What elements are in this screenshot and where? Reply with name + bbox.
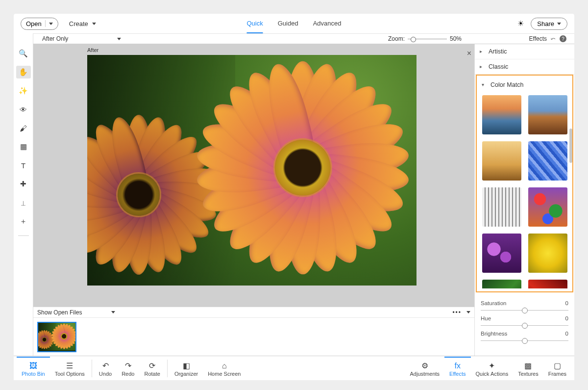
brightness-icon[interactable]: ☀ [517,19,524,28]
close-icon[interactable]: × [467,49,471,58]
photo-bin-icon: 🖼 [29,361,37,371]
zoom-control: Zoom: 50% [388,35,462,42]
chevron-down-icon [92,23,96,25]
quick-select-tool[interactable]: ✨ [16,84,31,97]
chevron-down-icon [117,38,121,40]
chevron-down-icon: ▾ [482,82,484,87]
preset-paint-splash[interactable] [528,187,567,227]
photo-bin-panel: Show Open Files ••• [33,307,474,356]
taskbar-home-screen[interactable]: ⌂Home Screen [203,357,245,380]
redo-icon: ↷ [125,361,131,371]
chevron-down-icon [111,311,115,313]
category-header-color-match[interactable]: ▾Color Match [477,78,572,92]
taskbar-quick-actions[interactable]: ✦Quick Actions [471,357,514,380]
preset-purple-lilac[interactable] [482,234,521,273]
chevron-down-icon[interactable] [466,311,470,313]
preset-red-abstract[interactable] [528,280,567,288]
zoom-value: 50% [450,35,462,42]
preset-blue-feathers[interactable] [528,141,567,181]
mode-tab-quick[interactable]: Quick [247,14,263,33]
mode-tab-advanced[interactable]: Advanced [313,14,342,33]
preset-skate-sepia[interactable] [482,141,521,181]
taskbar-tool-options[interactable]: ☰Tool Options [50,357,90,380]
category-color-match: ▾Color Match [476,75,573,292]
create-button[interactable]: Create [69,20,96,27]
effects-panel-header: Effects ⤺ ? [529,35,566,42]
slider-label-saturation: Saturation [481,300,506,306]
after-label: After [87,47,98,53]
slider-value-saturation: 0 [565,300,568,306]
chevron-down-icon [557,23,561,25]
frames-icon: ▢ [554,361,561,371]
taskbar-undo[interactable]: ↶Undo [94,357,117,380]
taskbar-textures[interactable]: ▩Textures [513,357,543,380]
category-header-artistic[interactable]: ▸Artistic [475,44,574,59]
taskbar-rotate[interactable]: ⟳Rotate [139,357,165,380]
hand-tool[interactable]: ✋ [16,66,31,78]
category-header-classic[interactable]: ▸Classic [475,59,574,75]
adjustments-icon: ⚙ [421,361,428,371]
preset-desert-road[interactable] [528,95,567,134]
image-canvas[interactable] [87,55,416,286]
canvas-area: After × [33,44,474,307]
slider-brightness[interactable] [481,340,568,341]
taskbar-photo-bin[interactable]: 🖼Photo Bin [17,357,50,380]
taskbar-organizer[interactable]: ◧Organizer [170,357,203,380]
zoom-slider[interactable] [408,39,447,39]
slider-hue[interactable] [481,325,568,326]
healing-tool[interactable]: ✚ [16,178,31,190]
undo-icon: ↶ [102,361,109,371]
options-bar: After Only Zoom: 50% Effects ⤺ ? [14,33,574,44]
text-tool[interactable]: T [16,159,31,172]
create-label: Create [69,20,88,27]
preset-grid [477,92,572,288]
chevron-right-icon: ▸ [480,64,482,69]
view-mode-label: After Only [42,35,68,42]
open-label: Open [26,20,42,27]
chevron-down-icon [49,23,53,25]
view-mode-dropdown[interactable]: After Only [42,35,121,42]
open-button[interactable]: Open [21,18,58,30]
slider-saturation[interactable] [481,310,568,311]
photo-bin-header: Show Open Files ••• [33,307,474,318]
taskbar-adjustments[interactable]: ⚙Adjustments [405,357,445,380]
effects-panel: ▸Artistic▸Classic▾Color MatchSaturation0… [474,44,574,356]
preset-sunset-lake[interactable] [482,95,521,134]
taskbar-effects[interactable]: fxEffects [444,357,470,380]
share-button[interactable]: Share [531,18,567,30]
tools-panel: 🔍✋✨👁🖌▦T✚⟂＋ [14,33,33,356]
mode-tab-guided[interactable]: Guided [278,14,298,33]
taskbar-frames[interactable]: ▢Frames [543,357,571,380]
open-file-thumbnail[interactable] [37,322,76,352]
zoom-tool[interactable]: 🔍 [16,47,31,60]
eye-tool[interactable]: 👁 [16,103,31,116]
effects-scrollbar[interactable] [569,129,572,163]
help-icon[interactable]: ? [560,35,566,42]
effects-title: Effects [529,35,547,42]
preset-green-leaf[interactable] [482,280,521,288]
rotate-icon: ⟳ [149,361,155,371]
mode-tabs: QuickGuidedAdvanced [247,14,342,33]
preset-bw-arches[interactable] [482,187,521,227]
reset-icon[interactable]: ⤺ [551,35,556,42]
adjustment-sliders: Saturation0Hue0Brightness0 [475,292,574,346]
more-icon[interactable]: ••• [452,309,462,316]
move-tool[interactable]: ＋ [16,215,31,228]
slider-label-brightness: Brightness [481,331,507,337]
home-screen-icon: ⌂ [222,361,227,371]
slider-value-hue: 0 [565,315,568,321]
tool-options-icon: ☰ [66,361,73,371]
share-label: Share [537,20,554,27]
slider-label-hue: Hue [481,315,491,321]
brush-tool[interactable]: 🖌 [16,122,31,134]
zoom-label: Zoom: [388,35,405,42]
taskbar: 🖼Photo Bin☰Tool Options ↶Undo↷Redo⟳Rotat… [14,356,574,380]
taskbar-redo[interactable]: ↷Redo [117,357,139,380]
slider-value-brightness: 0 [565,331,568,337]
clone-tool[interactable]: ▦ [16,140,31,153]
crop-tool[interactable]: ⟂ [16,196,31,209]
effects-icon: fx [455,361,461,371]
photo-bin-dropdown[interactable]: Show Open Files [37,309,115,316]
top-bar: Open Create QuickGuidedAdvanced ☀ Share [14,14,574,33]
preset-yellow-dahlia[interactable] [528,234,567,273]
